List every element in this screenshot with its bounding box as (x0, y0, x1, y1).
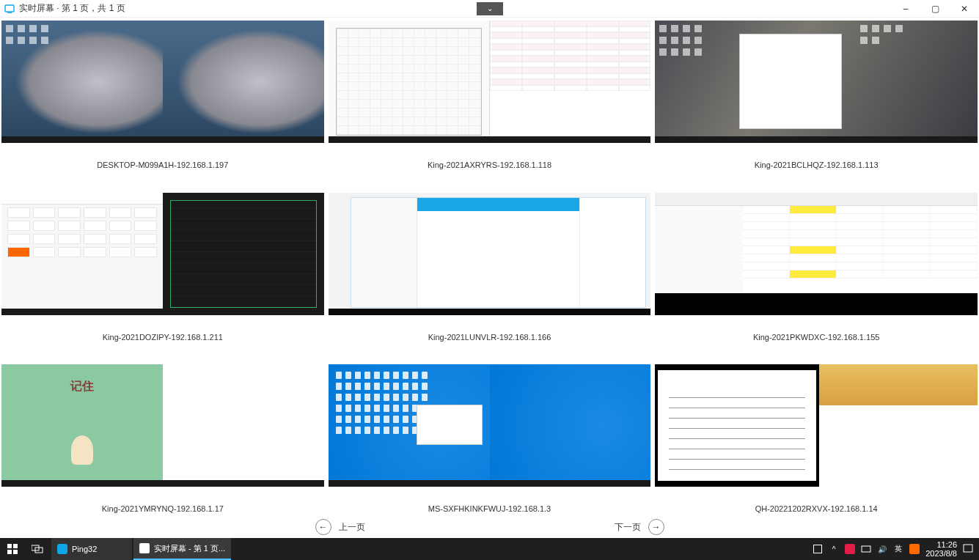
screen-label: QH-20221202RXVX-192.168.1.14 (755, 504, 878, 513)
screen-cell[interactable]: QH-20221202RXVX-192.168.1.14 (655, 364, 978, 532)
sogou-ime-icon[interactable] (909, 544, 920, 554)
screen-cell[interactable]: King-2021BCLHQZ-192.168.1.113 (655, 21, 978, 188)
screen-label: King-2021BCLHQZ-192.168.1.113 (755, 161, 879, 169)
screen-thumbnail[interactable] (329, 193, 651, 315)
screen-thumbnail[interactable] (655, 21, 978, 143)
titlebar-dropdown[interactable]: ⌄ (477, 2, 503, 15)
tray-icon[interactable] (813, 544, 823, 554)
window-title: 实时屏幕 · 第 1 页，共 1 页 (19, 2, 125, 15)
taskbar-app-ping32[interactable]: Ping32 (51, 538, 132, 560)
screen-thumbnail[interactable]: 记住 (1, 364, 324, 487)
system-tray[interactable]: ^ 🔊 英 11:26 2023/8/8 (813, 540, 979, 558)
clock-time: 11:26 (925, 540, 957, 549)
screen-label: King-2021AXRYRS-192.168.1.118 (428, 161, 551, 169)
next-page-button[interactable]: 下一页 → (615, 519, 664, 535)
app-icon (4, 4, 15, 14)
clock[interactable]: 11:26 2023/8/8 (925, 540, 957, 558)
next-page-label: 下一页 (615, 521, 641, 534)
os-taskbar[interactable]: Ping32 实时屏幕 - 第 1 页... ^ 🔊 英 11:26 2023/… (0, 538, 979, 560)
notifications-icon[interactable] (963, 544, 973, 554)
svg-rect-0 (5, 5, 14, 12)
arrow-left-icon: ← (315, 519, 331, 535)
chevron-up-icon[interactable]: ^ (829, 544, 839, 554)
svg-rect-3 (13, 544, 18, 548)
screen-cell[interactable]: King-2021PKWDXC-192.168.1.155 (655, 193, 978, 361)
network-icon[interactable] (861, 544, 871, 554)
svg-rect-8 (862, 546, 870, 552)
screen-cell[interactable]: 记住 King-2021YMRYNQ-192.168.1.17 (1, 364, 324, 532)
screen-thumbnail[interactable] (655, 193, 978, 315)
svg-rect-1 (7, 12, 12, 13)
screen-thumbnail[interactable] (329, 21, 651, 143)
screen-label: King-2021YMRYNQ-192.168.1.17 (102, 504, 224, 513)
screen-label: DESKTOP-M099A1H-192.168.1.197 (97, 161, 228, 169)
screen-cell[interactable]: DESKTOP-M099A1H-192.168.1.197 (1, 21, 324, 188)
svg-rect-9 (964, 545, 972, 552)
screen-thumbnail[interactable] (329, 364, 651, 487)
close-button[interactable]: ✕ (950, 0, 979, 18)
prev-page-button[interactable]: ← 上一页 (315, 519, 365, 535)
title-bar: 实时屏幕 · 第 1 页，共 1 页 ⌄ – ▢ ✕ (0, 0, 979, 18)
screen-label: King-2021PKWDXC-192.168.1.155 (753, 333, 879, 342)
window-controls: – ▢ ✕ (891, 0, 979, 18)
ping32-icon (57, 544, 67, 554)
screen-cell[interactable]: King-2021DOZIPY-192.168.1.211 (1, 193, 324, 361)
monitor-icon (139, 543, 150, 553)
taskbar-app-label: 实时屏幕 - 第 1 页... (154, 543, 225, 554)
clock-date: 2023/8/8 (925, 549, 957, 558)
screen-label: MS-SXFHKINKFWUJ-192.168.1.3 (428, 504, 551, 513)
tray-app-icon[interactable] (845, 544, 855, 554)
screen-cell[interactable]: King-2021LUNVLR-192.168.1.166 (329, 193, 651, 361)
thumb-heading: 记住 (70, 379, 94, 394)
minimize-button[interactable]: – (891, 0, 920, 18)
screen-thumbnail[interactable] (1, 21, 324, 143)
screen-label: King-2021DOZIPY-192.168.1.211 (103, 333, 223, 342)
screen-grid: DESKTOP-M099A1H-192.168.1.197 King-2021A (0, 18, 979, 532)
screen-thumbnail[interactable] (655, 364, 978, 487)
screen-label: King-2021LUNVLR-192.168.1.166 (428, 333, 551, 342)
taskbar-app-realtime-screen[interactable]: 实时屏幕 - 第 1 页... (133, 538, 231, 560)
svg-rect-4 (7, 550, 12, 554)
task-view-button[interactable] (25, 545, 50, 553)
taskbar-app-label: Ping32 (72, 545, 97, 553)
prev-page-label: 上一页 (339, 521, 365, 534)
svg-rect-5 (13, 550, 18, 554)
maximize-button[interactable]: ▢ (920, 0, 950, 18)
screen-thumbnail[interactable] (1, 193, 324, 315)
start-button[interactable] (0, 544, 25, 554)
ime-indicator[interactable]: 英 (893, 544, 903, 554)
arrow-right-icon: → (648, 519, 664, 535)
volume-icon[interactable]: 🔊 (877, 544, 887, 554)
screen-cell[interactable]: MS-SXFHKINKFWUJ-192.168.1.3 (329, 364, 651, 532)
svg-rect-2 (7, 544, 12, 548)
screen-cell[interactable]: King-2021AXRYRS-192.168.1.118 (329, 21, 651, 188)
